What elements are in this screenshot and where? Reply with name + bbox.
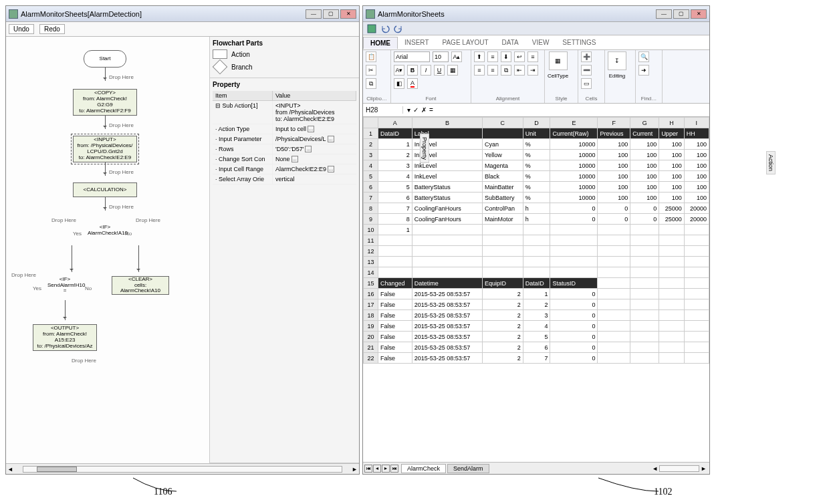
- data-cell[interactable]: 1: [378, 225, 412, 235]
- data-cell[interactable]: 3: [378, 160, 412, 171]
- font-color-icon[interactable]: A: [407, 78, 418, 89]
- data-cell[interactable]: [598, 299, 630, 310]
- header-cell[interactable]: Previous: [598, 128, 630, 139]
- data-cell[interactable]: False: [378, 310, 412, 321]
- data-cell[interactable]: %: [523, 150, 550, 160]
- align-top-icon[interactable]: ⬆: [474, 51, 485, 62]
- col-header[interactable]: D: [523, 118, 550, 128]
- save-icon[interactable]: [367, 24, 376, 33]
- data-cell[interactable]: [659, 353, 684, 364]
- horizontal-scrollbar[interactable]: ◄ ►: [6, 463, 359, 474]
- data-cell[interactable]: [659, 235, 684, 246]
- maximize-button[interactable]: ▢: [323, 9, 339, 19]
- header-cell[interactable]: DataID: [378, 128, 412, 139]
- data-cell[interactable]: [659, 299, 684, 310]
- data-cell[interactable]: [659, 332, 684, 342]
- data-cell[interactable]: CoolingFanHours: [412, 203, 482, 214]
- drop-zone[interactable]: Drop Here: [72, 358, 96, 364]
- property-row[interactable]: ⊟ Sub Action[1]<INPUT> from /PhysicalDev…: [213, 101, 356, 124]
- property-edit-button[interactable]: …: [328, 136, 334, 142]
- data-cell[interactable]: [630, 225, 659, 235]
- fill-color-icon[interactable]: ◧: [394, 78, 404, 89]
- part-branch[interactable]: Branch: [213, 61, 356, 72]
- data-cell[interactable]: MainMotor: [483, 214, 523, 225]
- header-cell[interactable]: Unit: [523, 128, 550, 139]
- data-cell[interactable]: 10000: [550, 193, 598, 203]
- data-cell[interactable]: 2: [483, 332, 523, 342]
- data-cell[interactable]: 100: [659, 150, 684, 160]
- bold-icon[interactable]: B: [407, 65, 418, 76]
- data-cell[interactable]: [483, 267, 523, 278]
- sheet-last-icon[interactable]: ⏭: [390, 465, 398, 473]
- data-cell[interactable]: 0: [550, 342, 598, 353]
- minimize-button[interactable]: —: [656, 9, 672, 19]
- header-cell[interactable]: Upper: [659, 128, 684, 139]
- header-cell[interactable]: EquipID: [483, 278, 523, 289]
- data-cell[interactable]: [550, 257, 598, 267]
- flowchart-canvas[interactable]: StartDrop Here<COPY> from: AlarmCheck! G…: [6, 37, 210, 463]
- part-action[interactable]: Action: [213, 49, 356, 59]
- data-cell[interactable]: 100: [598, 182, 630, 193]
- if2-node[interactable]: <IF> SendAlarm!H10 =: [46, 272, 84, 299]
- property-row[interactable]: · Input Parameter/PhysicalDevices/L…: [213, 134, 356, 144]
- property-row[interactable]: · Rows'D50':'D57'…: [213, 144, 356, 154]
- data-cell[interactable]: [523, 257, 550, 267]
- data-cell[interactable]: [483, 257, 523, 267]
- data-cell[interactable]: [630, 267, 659, 278]
- data-cell[interactable]: Cyan: [483, 139, 523, 150]
- paste-icon[interactable]: 📋: [366, 51, 376, 62]
- formula-icon[interactable]: =: [429, 106, 433, 114]
- data-cell[interactable]: 100: [684, 150, 709, 160]
- input-node[interactable]: <INPUT> from: /PhysicalDevices/ LCPU/D.G…: [73, 136, 137, 162]
- property-row[interactable]: · Select Array Orievertical: [213, 174, 356, 184]
- minimize-button[interactable]: —: [306, 9, 322, 19]
- col-header[interactable]: E: [550, 118, 598, 128]
- data-cell[interactable]: [598, 332, 630, 342]
- data-cell[interactable]: [378, 267, 412, 278]
- col-header[interactable]: B: [412, 118, 482, 128]
- sheet-tab-sendalarm[interactable]: SendAlarm: [447, 464, 489, 473]
- drop-zone[interactable]: Drop Here: [109, 74, 134, 80]
- data-cell[interactable]: [523, 235, 550, 246]
- format-cell-icon[interactable]: ▭: [581, 78, 592, 89]
- row-header[interactable]: 4: [364, 160, 378, 171]
- header-cell[interactable]: [684, 278, 709, 289]
- header-cell[interactable]: [483, 128, 523, 139]
- data-cell[interactable]: [412, 235, 482, 246]
- row-header[interactable]: 3: [364, 150, 378, 160]
- data-cell[interactable]: InkLevel: [412, 171, 482, 182]
- ribbon-tab-settings[interactable]: SETTINGS: [556, 37, 602, 48]
- data-cell[interactable]: 2015-53-25 08:53:57: [412, 299, 482, 310]
- property-edit-button[interactable]: …: [291, 156, 298, 162]
- calculation-node[interactable]: <CALCULATION>: [73, 182, 137, 197]
- data-cell[interactable]: False: [378, 321, 412, 332]
- row-header[interactable]: 19: [364, 321, 378, 332]
- data-cell[interactable]: 6: [523, 342, 550, 353]
- data-cell[interactable]: [684, 342, 709, 353]
- ribbon-tab-insert[interactable]: INSERT: [398, 37, 436, 48]
- data-cell[interactable]: [684, 235, 709, 246]
- data-cell[interactable]: [598, 267, 630, 278]
- data-cell[interactable]: False: [378, 342, 412, 353]
- undo-button[interactable]: Undo: [9, 24, 34, 34]
- cut-icon[interactable]: ✂: [366, 65, 376, 76]
- row-header[interactable]: 16: [364, 289, 378, 299]
- header-cell[interactable]: [659, 278, 684, 289]
- row-header[interactable]: 15: [364, 278, 378, 289]
- row-header[interactable]: 18: [364, 310, 378, 321]
- data-cell[interactable]: 100: [630, 139, 659, 150]
- data-cell[interactable]: [550, 225, 598, 235]
- data-cell[interactable]: 2015-53-25 08:53:57: [412, 289, 482, 299]
- data-cell[interactable]: 10000: [550, 160, 598, 171]
- border-icon[interactable]: ▦: [447, 65, 458, 76]
- data-cell[interactable]: [483, 246, 523, 257]
- col-header[interactable]: H: [659, 118, 684, 128]
- drop-zone[interactable]: Drop Here: [51, 217, 76, 223]
- indent-increase-icon[interactable]: ⇥: [527, 65, 538, 76]
- copy-icon[interactable]: ⧉: [366, 78, 376, 89]
- data-cell[interactable]: 100: [684, 139, 709, 150]
- property-edit-button[interactable]: …: [328, 166, 334, 172]
- data-cell[interactable]: 0: [550, 310, 598, 321]
- drop-zone[interactable]: Drop Here: [109, 169, 134, 175]
- data-cell[interactable]: [684, 332, 709, 342]
